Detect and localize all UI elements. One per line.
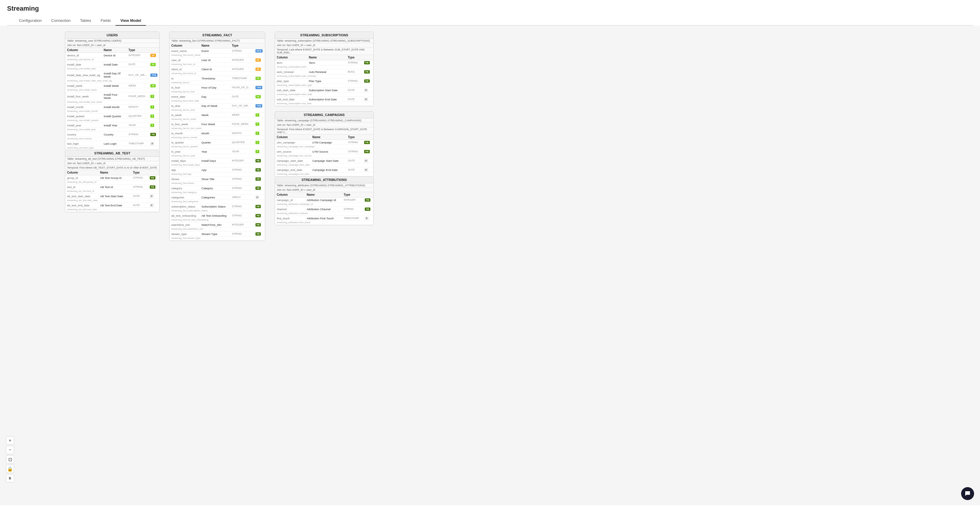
field-path-row: streaming_attribution.campaign_id (275, 203, 373, 207)
field-path: streaming_subscription.plan_type (275, 84, 373, 88)
field-column: campaign_id (275, 198, 305, 203)
field-path: streaming_fact.app (170, 173, 265, 176)
field-path-row: streaming_fact.ts_quarter (170, 145, 265, 149)
field-type: TIMESTAMP (230, 76, 254, 81)
field-column: last_login (65, 141, 102, 146)
table-row: ts_year Year YEAR T (170, 149, 265, 154)
field-column: country (65, 132, 102, 137)
field-column: ts_quarter (170, 140, 200, 145)
field-column: ts_year (170, 149, 200, 154)
field-badge: TF (149, 62, 159, 67)
field-path-row: streaming_user.install_date (65, 67, 159, 71)
tab-tables[interactable]: Tables (75, 16, 96, 26)
col-header-type: Type (230, 43, 254, 48)
field-badge: T (254, 149, 265, 154)
table-row: install_four_week Install Four Week FOUR… (65, 92, 159, 100)
field-name: Subscription Start Date (307, 88, 346, 93)
field-path-row: streaming_user.install_four_week (65, 100, 159, 105)
table-attributions: STREAMING_ATTRIBUTIONS Table: streaming_… (275, 176, 374, 225)
table-row: shows Show Title STRING FB (170, 176, 265, 182)
field-name: UTM Campaign (311, 140, 347, 145)
table-row: client_id Client Id INTEGER SF (170, 67, 265, 72)
col-header-name: Name (99, 170, 131, 175)
field-column: test_id (65, 184, 99, 190)
field-column: sub_end_date (275, 97, 307, 102)
table-row: ts_quarter Quarter QUARTER T (170, 140, 265, 145)
field-path: streaming_user.install_date (65, 67, 159, 71)
table-row: ts_month Month MONTH T (170, 131, 265, 136)
table-row: sub_end_date Subscription End Date DATE … (275, 97, 373, 102)
field-column: sub_start_date (275, 88, 307, 93)
field-path-row: streaming_fact.category (170, 191, 265, 195)
table-row: campaign_id Attribution Campaign Id INTE… (275, 198, 373, 203)
table-row: install_quarter Install Quarter QUARTER … (65, 114, 159, 119)
field-path-row: streaming_fact.client_id (170, 72, 265, 76)
field-badge: TF (149, 83, 159, 88)
table-row: categories Categories ARRAY F (170, 195, 265, 200)
field-name: Attribution Channel (305, 207, 342, 212)
field-path-row: streaming_fact.ts_four_week (170, 127, 265, 131)
field-name: Term (307, 60, 346, 65)
field-type: STRING (131, 175, 148, 180)
col-header-column: Column (275, 192, 305, 198)
table-campaigns-info1: Table: streaming_campaign (STREAMING.STR… (275, 118, 373, 123)
field-badge: FB (363, 60, 373, 65)
field-name: Month (200, 131, 230, 136)
field-type: STRING (230, 213, 254, 218)
field-name: UTM Source (311, 149, 347, 154)
field-path-row: streaming_fact.shows (170, 182, 265, 186)
field-name: Campaign Start Date (311, 158, 347, 163)
page-title: Streaming (7, 5, 973, 13)
table-row: install_month Install Month MONTH T (65, 105, 159, 109)
field-name: Year (200, 149, 230, 154)
field-badge: F (363, 97, 373, 102)
field-type: HOUR_OF_D... (230, 85, 254, 90)
field-type: STRING (342, 207, 363, 212)
tab-view-model[interactable]: View Model (116, 16, 146, 26)
table-row: watchtime_min WatchTime_Min INTEGER FB (170, 222, 265, 227)
table-users-title: USERS (65, 32, 159, 39)
field-column: first_touch (275, 216, 305, 221)
field-badge: FB (148, 184, 159, 190)
table-row: event_date Day DATE TF (170, 94, 265, 99)
field-column: install_date (65, 62, 102, 67)
field-path-row: streaming_fact.ts_week (170, 117, 265, 122)
field-badge: T (254, 122, 265, 127)
field-path: streaming_fact.watchtime_min (170, 227, 265, 232)
tab-connection[interactable]: Connection (46, 16, 75, 26)
table-attributions-title: STREAMING_ATTRIBUTIONS (275, 176, 373, 183)
field-column: plan_type (275, 79, 307, 84)
field-badge: T (149, 92, 159, 100)
field-badge: T (254, 131, 265, 136)
field-path: streaming_ab_test.end_date (65, 208, 159, 212)
field-type: DATE (346, 158, 363, 163)
field-name: Stream Type (200, 232, 230, 236)
zoom-out-button[interactable]: − (6, 446, 14, 454)
zoom-in-button[interactable]: + (6, 436, 14, 444)
col-header-name: Name (200, 43, 230, 48)
chat-button[interactable] (961, 487, 974, 500)
field-name: Categories (200, 195, 230, 200)
field-name: AB Test Group Id (99, 175, 131, 180)
field-type: DATE (346, 97, 363, 102)
field-name: Day of Week (200, 103, 230, 108)
col-header-type: Type (346, 135, 363, 140)
field-name: Device Id (102, 53, 127, 58)
tab-fields[interactable]: Fields (96, 16, 116, 26)
field-type: STRING (230, 167, 254, 173)
table-row: install_week Install Week WEEK TF (65, 83, 159, 88)
field-column: app (170, 167, 200, 173)
field-path: streaming_fact.stream_type (170, 236, 265, 241)
field-path: streaming_ab_test.start_date (65, 199, 159, 203)
field-path-row: streaming_user.install_quarter (65, 119, 159, 123)
fit-button[interactable]: ⊡ (6, 455, 14, 463)
lock-button[interactable]: 🔒 (6, 465, 14, 473)
field-badge: TF (254, 76, 265, 81)
tab-configuration[interactable]: Configuration (14, 16, 46, 26)
field-path-row: streaming_subscription.end_date (275, 102, 373, 106)
field-badge: F (148, 194, 159, 199)
field-path: streaming_fact.shows (170, 182, 265, 186)
field-type: STRING (230, 176, 254, 182)
table-campaigns: STREAMING_CAMPAIGNS Table: streaming_cam… (275, 111, 374, 177)
field-name: Attribution First Touch (305, 216, 342, 221)
